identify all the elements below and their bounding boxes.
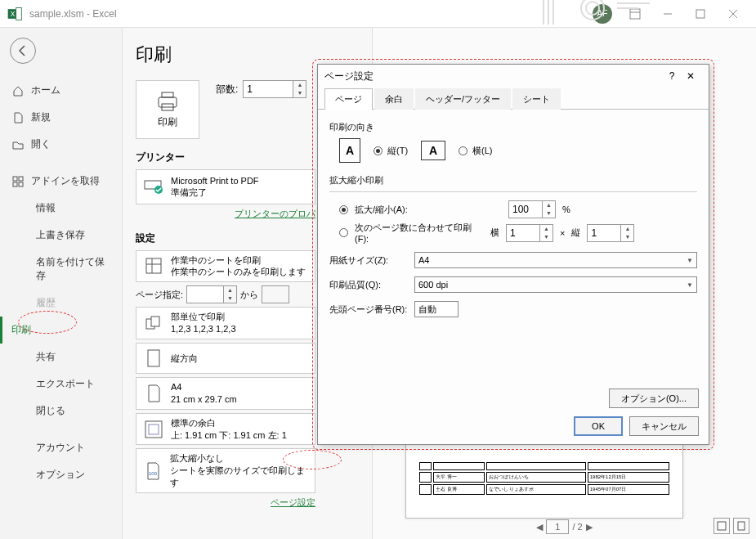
orientation-portrait-radio[interactable]: 縦(T) xyxy=(374,145,408,157)
copies-input[interactable] xyxy=(244,81,293,97)
setting-scaling[interactable]: 100 拡大縮小なしシートを実際のサイズで印刷します xyxy=(136,448,315,493)
adjust-to-radio[interactable]: 拡大/縮小(A): ▲▼ % xyxy=(339,200,697,218)
sidebar-label: 閉じる xyxy=(36,404,65,418)
dialog-close-icon[interactable]: ✕ xyxy=(679,70,702,82)
orientation-landscape-radio[interactable]: 横(L) xyxy=(459,145,492,157)
fit-to-radio[interactable]: 次のページ数に合わせて印刷(F): 横 ▲▼ × 縦 ▲▼ xyxy=(339,222,697,244)
radio-icon xyxy=(374,146,382,155)
chevron-down-icon: ▼ xyxy=(687,257,693,264)
setting-margins[interactable]: 標準の余白上: 1.91 cm 下: 1.91 cm 左: 1 xyxy=(136,413,315,446)
dialog-help-icon[interactable]: ? xyxy=(664,70,679,82)
sidebar-item-close[interactable]: 閉じる xyxy=(0,398,122,424)
sidebar-item-share[interactable]: 共有 xyxy=(0,344,122,371)
new-icon xyxy=(11,111,25,124)
back-button[interactable] xyxy=(10,38,36,64)
sidebar-item-new[interactable]: 新規 xyxy=(0,104,122,131)
combo-value: 600 dpi xyxy=(418,280,448,290)
cancel-button[interactable]: キャンセル xyxy=(629,416,699,436)
pager-prev-icon[interactable]: ◀ xyxy=(536,522,543,532)
print-quality-combo[interactable]: 600 dpi▼ xyxy=(414,276,697,293)
sidebar-label: 開く xyxy=(31,137,51,151)
svg-point-4 xyxy=(586,2,599,15)
sidebar-label: 履歴 xyxy=(36,296,56,310)
tab-margin[interactable]: 余白 xyxy=(374,88,414,110)
fit-h-input[interactable] xyxy=(588,225,620,241)
copies-label: 部数: xyxy=(216,83,238,97)
svg-rect-29 xyxy=(738,522,745,530)
options-button[interactable]: オプション(O)... xyxy=(609,389,699,408)
spin-down-icon[interactable]: ▼ xyxy=(293,89,306,97)
fit-wide-spinner[interactable]: ▲▼ xyxy=(506,224,553,242)
setting-sub: 作業中のシートのみを印刷します xyxy=(171,266,306,278)
setting-sub: 上: 1.91 cm 下: 1.91 cm 左: 1 xyxy=(171,429,287,442)
printer-name: Microsoft Print to PDF xyxy=(171,175,259,186)
zoom-to-page-icon[interactable] xyxy=(733,518,749,534)
page-setup-dialog: ページ設定 ? ✕ ページ 余白 ヘッダー/フッター シート 印刷の向き A 縦… xyxy=(317,64,709,445)
page-setup-link[interactable]: ページ設定 xyxy=(136,496,315,509)
printer-selector[interactable]: Microsoft Print to PDF準備完了 xyxy=(136,169,315,204)
page-from-input[interactable] xyxy=(187,286,223,303)
close-icon[interactable] xyxy=(717,2,749,25)
tab-sheet[interactable]: シート xyxy=(512,88,561,110)
fit-tall-spinner[interactable]: ▲▼ xyxy=(587,224,634,242)
setting-sub: 1,2,3 1,2,3 1,2,3 xyxy=(171,323,236,335)
print-quality-label: 印刷品質(Q): xyxy=(329,279,408,291)
sidebar-item-export[interactable]: エクスポート xyxy=(0,371,122,398)
dialog-title: ページ設定 xyxy=(324,70,374,83)
sidebar-label: 印刷 xyxy=(11,323,31,337)
svg-rect-26 xyxy=(149,424,159,434)
margins-icon xyxy=(143,419,164,440)
portrait-preview-icon: A xyxy=(339,138,360,163)
setting-paper[interactable]: A421 cm x 29.7 cm xyxy=(136,377,315,410)
ok-button[interactable]: OK xyxy=(574,416,623,436)
preview-table: 大平 博一おおつぼ けんいち1982年12月15日 土石 良博なでいし りょあす… xyxy=(418,460,671,496)
radio-label: 縦(T) xyxy=(387,145,408,157)
pages-to-label: から xyxy=(240,289,258,301)
svg-text:X: X xyxy=(11,10,16,18)
sidebar-label: 新規 xyxy=(31,110,51,124)
copies-spinner[interactable]: ▲▼ xyxy=(243,80,306,98)
sidebar-item-saveas[interactable]: 名前を付けて保存 xyxy=(0,249,122,290)
paper-size-label: 用紙サイズ(Z): xyxy=(329,254,408,267)
setting-orientation[interactable]: 縦方向 xyxy=(136,343,315,374)
sidebar-item-save[interactable]: 上書き保存 xyxy=(0,222,122,249)
sidebar-item-print[interactable]: 印刷 xyxy=(0,317,122,344)
setting-title: 部単位で印刷 xyxy=(171,311,236,323)
backstage-sidebar: ホーム 新規 開く アドインを取得 情報 上書き保存 名前を付けて保存 履歴 印… xyxy=(0,28,123,539)
scale-percent-spinner[interactable]: ▲▼ xyxy=(508,200,556,218)
print-button[interactable]: 印刷 xyxy=(136,80,199,139)
pager-next-icon[interactable]: ▶ xyxy=(586,522,593,532)
sidebar-item-history: 履歴 xyxy=(0,290,122,317)
preview-pager: ◀ 1 / 2 ▶ xyxy=(373,519,756,534)
setting-title: 縦方向 xyxy=(171,353,198,365)
printer-properties-link[interactable]: プリンターのプロパ xyxy=(136,208,315,220)
sidebar-item-options[interactable]: オプション xyxy=(0,461,122,488)
radio-icon xyxy=(339,205,348,214)
svg-rect-14 xyxy=(159,97,177,107)
maximize-icon[interactable] xyxy=(684,2,717,25)
tab-headerfooter[interactable]: ヘッダー/フッター xyxy=(415,88,511,110)
setting-collate[interactable]: 部単位で印刷1,2,3 1,2,3 1,2,3 xyxy=(136,307,315,339)
sidebar-item-home[interactable]: ホーム xyxy=(0,77,122,104)
paper-size-combo[interactable]: A4▼ xyxy=(414,252,697,268)
svg-rect-2 xyxy=(16,7,22,20)
show-margins-icon[interactable] xyxy=(714,518,730,534)
svg-rect-11 xyxy=(19,177,23,181)
pager-current[interactable]: 1 xyxy=(546,519,569,534)
tab-page[interactable]: ページ xyxy=(324,88,373,110)
svg-point-3 xyxy=(581,0,604,20)
first-page-input[interactable] xyxy=(414,301,459,317)
scale-input[interactable] xyxy=(509,201,542,218)
page-to-input[interactable] xyxy=(262,285,289,303)
sidebar-item-account[interactable]: アカウント xyxy=(0,434,122,461)
fit-w-label: 横 xyxy=(490,227,499,239)
setting-title: 作業中のシートを印刷 xyxy=(171,254,306,267)
page-from-spinner[interactable]: ▲▼ xyxy=(186,285,237,303)
fit-w-input[interactable] xyxy=(507,225,539,241)
sidebar-item-info[interactable]: 情報 xyxy=(0,195,122,222)
sidebar-item-open[interactable]: 開く xyxy=(0,131,122,158)
sidebar-item-addin[interactable]: アドインを取得 xyxy=(0,168,122,195)
svg-rect-12 xyxy=(13,182,17,186)
spin-up-icon[interactable]: ▲ xyxy=(293,81,306,89)
setting-print-what[interactable]: 作業中のシートを印刷作業中のシートのみを印刷します xyxy=(136,250,315,283)
